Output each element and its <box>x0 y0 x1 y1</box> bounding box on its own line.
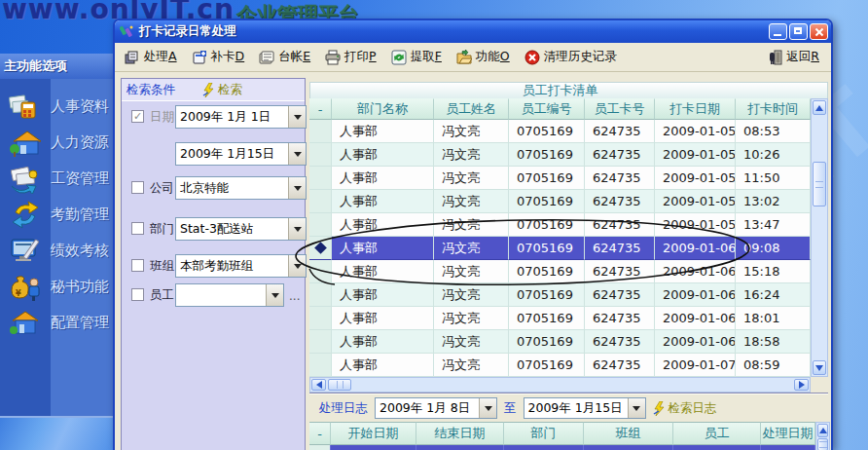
log-date-to-value: 2009年 1月15日 <box>524 400 628 417</box>
table-row[interactable]: 人事部冯文亮07051696247352009-01-0609:08 <box>309 237 811 260</box>
close-button[interactable] <box>810 23 828 40</box>
table-row[interactable]: 人事部冯文亮07051696247352009-01-0513:02 <box>309 190 811 213</box>
table-cell: 0705169 <box>509 354 585 377</box>
scroll-down-button[interactable] <box>813 360 826 375</box>
search-conditions-panel: 检索条件 检索 日期2009年 1月 1日2009年 1月15日公司北京特能部门… <box>121 78 306 450</box>
table-row[interactable]: 人事部冯文亮07051696247352009-01-0508:53 <box>309 120 811 143</box>
search-log-button[interactable]: 检索日志 <box>653 400 717 417</box>
sidebar-item-hr[interactable]: 人力资源 <box>0 125 113 161</box>
team-checkbox[interactable] <box>131 259 144 272</box>
table-cell: 2009-01-05 <box>655 120 736 143</box>
chevron-down-icon[interactable] <box>288 218 306 240</box>
date-from-label: 日期 <box>150 109 174 126</box>
team-dropdown[interactable]: 本部考勤班组 <box>175 254 307 278</box>
column-header: 处理日期 <box>761 422 815 445</box>
department-checkbox[interactable] <box>131 222 144 235</box>
table-cell: 2009-01-05 <box>655 213 736 237</box>
chevron-down-icon[interactable] <box>288 255 306 277</box>
punch-table-horizontal-scrollbar[interactable] <box>309 377 811 393</box>
sidebar-item-config[interactable]: 配置管理 <box>0 305 113 341</box>
log-date-from-dropdown[interactable]: 2009年 1月 8日 <box>375 397 497 419</box>
table-cell: 0705169 <box>509 120 585 143</box>
department-dropdown[interactable]: Stat-3配送站 <box>175 217 307 241</box>
table-row[interactable]: 人事部冯文亮07051696247352009-01-0618:01 <box>309 307 811 330</box>
function-button[interactable]: 功能O <box>456 49 510 65</box>
table-row[interactable]: 人事部冯文亮07051696247352009-01-0513:47 <box>309 213 811 237</box>
search-button[interactable]: 检索 <box>202 82 242 98</box>
log-table-selected-row[interactable] <box>309 445 815 450</box>
scrollbar-thumb[interactable] <box>328 379 351 391</box>
punch-table-header: -部门名称员工姓名员工编号员工卡号打卡日期打卡时间 <box>309 98 811 120</box>
chevron-down-icon[interactable] <box>628 398 645 418</box>
table-cell: 0705169 <box>509 260 585 283</box>
table-cell: 冯文亮 <box>434 213 509 237</box>
scroll-right-button[interactable] <box>794 379 809 391</box>
company-dropdown[interactable]: 北京特能 <box>175 176 307 200</box>
date-from-dropdown[interactable]: 2009年 1月 1日 <box>175 105 307 129</box>
sidebar-item-personnel[interactable]: 人事资料 <box>0 89 113 125</box>
column-header: 员工姓名 <box>434 98 509 120</box>
scroll-left-button[interactable] <box>311 379 326 391</box>
table-cell: 0705169 <box>509 190 585 213</box>
process-button[interactable]: 处理A <box>125 49 177 65</box>
employee-label: 员工 <box>150 287 174 304</box>
sidebar-item-attendance[interactable]: 考勤管理 <box>0 197 113 233</box>
scroll-up-button[interactable] <box>817 424 828 437</box>
date-from-checkbox[interactable] <box>131 110 144 123</box>
company-checkbox[interactable] <box>131 181 144 194</box>
chevron-down-icon[interactable] <box>266 284 283 306</box>
table-row[interactable]: 人事部冯文亮07051696247352009-01-0708:59 <box>309 354 811 377</box>
log-date-to-dropdown[interactable]: 2009年 1月15日 <box>524 397 646 419</box>
chevron-down-icon[interactable] <box>479 398 496 418</box>
log-table-vertical-scrollbar[interactable] <box>815 422 830 450</box>
employee-checkbox[interactable] <box>131 288 144 301</box>
search-field-department: 部门Stat-3配送站 <box>122 217 305 241</box>
minimize-button[interactable] <box>769 23 787 40</box>
makeup-card-button[interactable]: 补卡D <box>192 49 245 65</box>
table-row[interactable]: 人事部冯文亮07051696247352009-01-0618:58 <box>309 330 811 354</box>
row-indicator-cell <box>309 213 332 237</box>
punch-table-vertical-scrollbar[interactable] <box>811 98 828 377</box>
maximize-button[interactable] <box>789 23 808 40</box>
chevron-down-icon[interactable] <box>288 143 306 165</box>
row-indicator-cell <box>309 283 332 307</box>
employee-browse-button[interactable]: ... <box>289 289 300 303</box>
chevron-down-icon[interactable] <box>288 177 306 199</box>
table-cell: 冯文亮 <box>434 143 509 167</box>
scroll-up-button[interactable] <box>813 100 826 115</box>
table-cell: 08:53 <box>736 120 811 143</box>
return-button[interactable]: 返回R <box>767 49 819 65</box>
print-button[interactable]: 打印P <box>325 49 377 65</box>
date-to-dropdown[interactable]: 2009年 1月15日 <box>175 142 307 166</box>
sidebar-item-salary[interactable]: 工资管理 <box>0 161 113 197</box>
scrollbar-thumb[interactable] <box>817 438 828 450</box>
arrow-down-icon <box>815 365 823 371</box>
card-plus-icon <box>192 50 207 65</box>
table-cell: 冯文亮 <box>434 167 509 190</box>
table-cell: 18:01 <box>736 307 811 330</box>
column-header: - <box>309 98 332 120</box>
clear-history-button[interactable]: 清理历史记录 <box>524 49 617 65</box>
scrollbar-thumb[interactable] <box>813 162 826 206</box>
arrow-right-icon <box>799 381 805 389</box>
table-cell: 冯文亮 <box>434 120 509 143</box>
table-cell: 18:58 <box>736 330 811 354</box>
employee-dropdown[interactable] <box>175 283 284 307</box>
window-titlebar[interactable]: 打卡记录日常处理 <box>115 20 831 43</box>
search-button-label: 检索 <box>218 82 242 98</box>
table-row[interactable]: 人事部冯文亮07051696247352009-01-0615:18 <box>309 260 811 283</box>
sidebar-item-performance[interactable]: 绩效考核 <box>0 233 113 269</box>
table-cell: 09:08 <box>736 237 811 260</box>
chevron-down-icon[interactable] <box>288 106 306 128</box>
table-row[interactable]: 人事部冯文亮07051696247352009-01-0511:50 <box>309 167 811 190</box>
ledger-button[interactable]: 台帐E <box>259 49 310 65</box>
department-label: 部门 <box>150 221 174 238</box>
table-row[interactable]: 人事部冯文亮07051696247352009-01-0616:24 <box>309 283 811 307</box>
attendance-icon <box>8 201 43 230</box>
column-header: 班组 <box>584 422 673 445</box>
window-icon <box>120 24 135 40</box>
arrow-left-icon <box>316 381 322 389</box>
extract-button[interactable]: 提取F <box>391 49 442 65</box>
table-row[interactable]: 人事部冯文亮07051696247352009-01-0510:26 <box>309 143 811 167</box>
sidebar-item-secretary[interactable]: ¥秘书功能 <box>0 269 113 305</box>
